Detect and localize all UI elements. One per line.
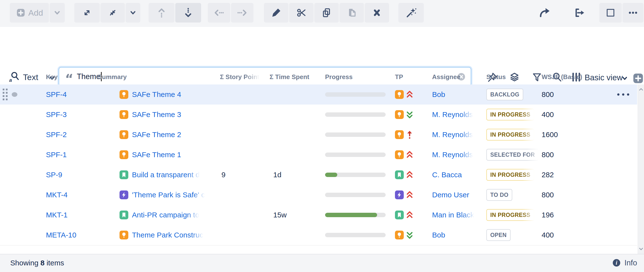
status-badge[interactable]: TO DO — [486, 189, 512, 201]
issue-summary-link[interactable]: 'Theme Park is Safe' c — [132, 191, 205, 199]
edit-button[interactable] — [264, 3, 288, 23]
progress-bar — [325, 233, 386, 237]
issue-key-link[interactable]: SP-9 — [46, 171, 62, 179]
wsjf-value: 400 — [542, 231, 554, 239]
assignee-link[interactable]: M. Reynolds — [432, 130, 473, 139]
scroll-down-icon[interactable] — [638, 246, 644, 251]
wsjf-value: 282 — [542, 171, 554, 179]
assignee-link[interactable]: M. Reynolds — [432, 110, 473, 119]
add-dropdown-button[interactable] — [50, 3, 65, 23]
issue-summary-link[interactable]: SAFe Theme 1 — [132, 151, 181, 159]
column-header-status[interactable]: Status — [486, 73, 506, 81]
status-badge[interactable]: IN PROGRESS — [486, 109, 534, 120]
info-label: Info — [624, 258, 637, 267]
expand-all-button[interactable] — [74, 3, 100, 23]
issue-summary-link[interactable]: Anti-PR campaign to — [132, 211, 199, 219]
status-cell: BACKLOG — [486, 89, 523, 100]
issue-key-link[interactable]: SPF-3 — [46, 110, 67, 119]
issue-summary-link[interactable]: SAFe Theme 4 — [132, 90, 181, 99]
column-header-time[interactable]: Σ Time Spent — [270, 73, 310, 81]
add-column-icon[interactable] — [632, 73, 644, 84]
issue-summary-link[interactable]: Theme Park Construc — [132, 231, 203, 239]
pencil-icon — [270, 7, 282, 18]
time-spent-value: 1d — [273, 171, 281, 179]
issue-key-link[interactable]: SPF-4 — [46, 90, 67, 99]
wsjf-value: 800 — [542, 90, 554, 99]
vertical-scrollbar[interactable] — [638, 84, 644, 254]
arrow-down-icon — [182, 7, 194, 18]
move-right-button[interactable] — [231, 3, 254, 23]
column-header-progress[interactable]: Progress — [325, 73, 353, 81]
lowest-priority-icon — [406, 110, 413, 119]
assignee-link[interactable]: Demo User — [432, 191, 469, 199]
collapse-arrows-icon — [107, 7, 118, 18]
column-header-assignee[interactable]: Assignee — [432, 73, 460, 81]
story-tp-icon — [395, 170, 404, 179]
story-issue-type-icon — [120, 211, 128, 219]
main-toolbar: Add — [0, 0, 644, 27]
scroll-up-icon[interactable] — [638, 87, 644, 92]
paste-button[interactable] — [340, 3, 364, 23]
status-badge[interactable]: IN PROGRESS — [486, 129, 534, 141]
fullscreen-button[interactable] — [599, 3, 622, 23]
column-header-key[interactable]: Key — [46, 73, 58, 81]
cut-button[interactable] — [289, 3, 314, 23]
expand-arrows-icon — [82, 7, 93, 18]
issue-key-link[interactable]: MKT-4 — [46, 191, 68, 199]
move-left-button[interactable] — [208, 3, 230, 23]
share-button[interactable] — [536, 3, 552, 23]
assignee-link[interactable]: Bob — [432, 231, 445, 239]
column-header-sp[interactable]: Σ Story Points — [220, 73, 260, 81]
expand-level-button[interactable] — [126, 3, 140, 23]
add-button[interactable]: Add — [10, 3, 49, 23]
move-down-button[interactable] — [175, 3, 201, 23]
theme-issue-type-icon — [120, 231, 128, 239]
export-button[interactable] — [572, 3, 586, 23]
issue-key-link[interactable]: SPF-2 — [46, 130, 67, 139]
issue-key-link[interactable]: META-10 — [46, 231, 76, 239]
status-badge[interactable]: IN PROGRESS — [486, 209, 534, 221]
issue-key-link[interactable]: MKT-1 — [46, 211, 68, 219]
status-badge[interactable]: BACKLOG — [486, 89, 523, 100]
issue-summary-link[interactable]: SAFe Theme 3 — [132, 110, 181, 119]
table-row-sp-9: SP-9Build a transparent d91dC. BaccaIN P… — [0, 165, 637, 185]
assignee-link[interactable]: Bob — [432, 90, 445, 99]
table-row-spf-3: SPF-3SAFe Theme 3M. ReynoldsIN PROGRESS4… — [0, 104, 637, 125]
issue-summary-link[interactable]: Build a transparent d — [132, 171, 200, 179]
assignee-link[interactable]: Man in Black — [432, 211, 474, 219]
delete-button[interactable] — [365, 3, 389, 23]
row-menu-icon[interactable] — [617, 93, 630, 96]
column-header-tp[interactable]: TP — [395, 73, 403, 81]
highest-priority-icon — [406, 90, 413, 99]
more-button[interactable] — [622, 3, 644, 23]
theme-tp-icon — [395, 150, 404, 159]
progress-bar — [325, 153, 386, 157]
issue-summary-link[interactable]: SAFe Theme 2 — [132, 130, 181, 139]
column-header-summary[interactable]: Summary — [98, 73, 127, 81]
issue-key-link[interactable]: SPF-1 — [46, 151, 67, 159]
column-header-wsjf[interactable]: WSJF (Basic) — [542, 73, 582, 81]
wsjf-value: 800 — [542, 151, 554, 159]
progress-fill — [325, 213, 377, 217]
story-tp-icon — [395, 211, 404, 219]
progress-bar — [325, 213, 386, 217]
copy-button[interactable] — [314, 3, 339, 23]
automation-button[interactable] — [398, 3, 424, 23]
row-selector-dot[interactable] — [12, 92, 17, 97]
ellipsis-icon — [628, 7, 638, 18]
progress-fill — [325, 173, 337, 177]
move-up-button[interactable] — [148, 3, 174, 23]
status-bar: Showing 8 items i Info — [0, 254, 644, 272]
status-badge[interactable]: OPEN — [486, 229, 510, 241]
status-badge[interactable]: SELECTED FOR — [486, 149, 539, 161]
arrow-right-icon — [236, 7, 248, 18]
assignee-link[interactable]: M. Reynolds — [432, 151, 473, 159]
delete-x-icon — [372, 7, 382, 18]
info-button[interactable]: i Info — [612, 258, 637, 267]
plus-box-icon — [16, 8, 26, 18]
progress-bar — [325, 112, 386, 117]
assignee-link[interactable]: C. Bacca — [432, 171, 462, 179]
drag-handle-icon[interactable] — [2, 88, 8, 101]
status-badge[interactable]: IN PROGRESS — [486, 169, 534, 181]
collapse-all-button[interactable] — [100, 3, 125, 23]
